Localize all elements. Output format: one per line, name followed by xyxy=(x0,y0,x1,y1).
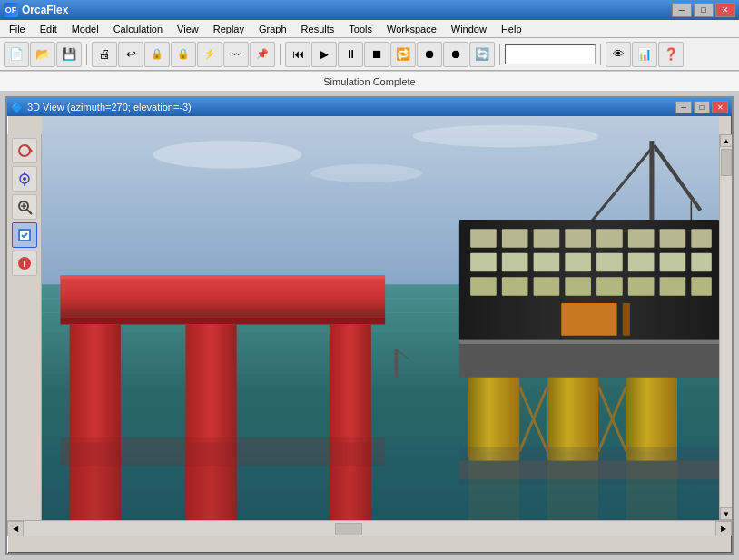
inner-restore-button[interactable]: □ xyxy=(694,101,710,113)
menu-graph[interactable]: Graph xyxy=(251,22,294,36)
toolbar-group-file: 📄 📂 💾 xyxy=(4,42,82,67)
loop-button[interactable]: 🔁 xyxy=(390,42,416,67)
view2-button[interactable]: 📊 xyxy=(632,42,657,67)
view1-button[interactable]: 👁 xyxy=(606,42,631,67)
horizontal-scroll-thumb[interactable] xyxy=(335,523,362,535)
svg-rect-53 xyxy=(534,253,560,271)
viewport-area: i xyxy=(7,116,732,536)
svg-rect-62 xyxy=(565,277,591,295)
svg-rect-58 xyxy=(691,253,711,271)
inner-title-text: 🔷 3D View (azimuth=270; elevation=-3) xyxy=(11,102,192,113)
menu-calculation[interactable]: Calculation xyxy=(106,22,170,36)
svg-rect-49 xyxy=(660,229,686,247)
menu-window[interactable]: Window xyxy=(444,22,494,36)
vertical-scroll-thumb[interactable] xyxy=(721,149,732,176)
svg-point-16 xyxy=(413,125,598,148)
inner-title-bar: 🔷 3D View (azimuth=270; elevation=-3) ─ … xyxy=(7,98,732,116)
svg-rect-50 xyxy=(691,229,711,247)
wave-button[interactable]: ⚡ xyxy=(197,42,222,67)
separator-1 xyxy=(86,44,87,65)
print-button[interactable]: 🖨 xyxy=(92,42,117,67)
info-tool[interactable]: i xyxy=(12,251,37,276)
undo-button[interactable]: ↩ xyxy=(118,42,143,67)
open-button[interactable]: 📂 xyxy=(30,42,55,67)
play-button[interactable]: ▶ xyxy=(311,42,337,67)
separator-3 xyxy=(499,44,500,65)
svg-rect-57 xyxy=(660,253,686,271)
scroll-right-arrow[interactable]: ▶ xyxy=(715,521,732,537)
record1-button[interactable]: ⏺ xyxy=(417,42,442,67)
close-button[interactable]: ✕ xyxy=(715,3,735,17)
menu-tools[interactable]: Tools xyxy=(341,22,379,36)
toolbar-group-edit: 🖨 ↩ 🔒 🔒 ⚡ 〰 📌 xyxy=(92,42,275,67)
svg-rect-43 xyxy=(470,229,497,247)
svg-rect-56 xyxy=(628,253,655,271)
svg-rect-65 xyxy=(660,277,686,295)
svg-rect-82 xyxy=(626,451,677,526)
svg-point-15 xyxy=(153,141,302,169)
status-text: Simulation Complete xyxy=(323,76,416,87)
menu-workspace[interactable]: Workspace xyxy=(379,22,444,36)
svg-rect-54 xyxy=(565,253,591,271)
lock1-button[interactable]: 🔒 xyxy=(144,42,170,67)
menu-view[interactable]: View xyxy=(170,22,206,36)
svg-rect-81 xyxy=(547,451,598,526)
svg-rect-69 xyxy=(459,340,719,378)
inner-minimize-button[interactable]: ─ xyxy=(675,101,692,113)
pan-tool[interactable] xyxy=(12,166,37,192)
svg-rect-59 xyxy=(470,277,497,295)
svg-rect-44 xyxy=(502,229,528,247)
help-button[interactable]: ❓ xyxy=(658,42,684,67)
separator-2 xyxy=(280,44,281,65)
stop-button[interactable]: ⏹ xyxy=(364,42,389,67)
menu-edit[interactable]: Edit xyxy=(33,22,64,36)
scroll-down-arrow[interactable]: ▼ xyxy=(720,507,732,520)
spring-button[interactable]: 〰 xyxy=(223,42,249,67)
minimize-button[interactable]: ─ xyxy=(672,3,692,17)
menu-replay[interactable]: Replay xyxy=(206,22,251,36)
refresh-button[interactable]: 🔄 xyxy=(469,42,495,67)
pause-button[interactable]: ⏸ xyxy=(338,42,363,67)
rewind-button[interactable]: ⏮ xyxy=(285,42,310,67)
search-field[interactable] xyxy=(505,44,596,64)
restore-button[interactable]: □ xyxy=(694,3,714,17)
title-bar-controls: ─ □ ✕ xyxy=(672,3,735,17)
menu-results[interactable]: Results xyxy=(294,22,342,36)
svg-rect-52 xyxy=(502,253,528,271)
scroll-up-arrow[interactable]: ▲ xyxy=(720,134,732,147)
svg-rect-55 xyxy=(596,253,623,271)
menu-model[interactable]: Model xyxy=(64,22,106,36)
svg-rect-63 xyxy=(596,277,623,295)
svg-point-17 xyxy=(310,164,422,182)
menu-bar: File Edit Model Calculation View Replay … xyxy=(0,20,739,38)
toolbar-group-view: 👁 📊 ❓ xyxy=(606,42,684,67)
title-bar-left: OF OrcaFlex xyxy=(4,3,68,17)
svg-rect-70 xyxy=(459,340,719,344)
svg-line-7 xyxy=(27,210,32,214)
app-icon: OF xyxy=(4,3,18,17)
select-tool[interactable] xyxy=(12,222,37,248)
inner-window-title: 3D View (azimuth=270; elevation=-3) xyxy=(27,102,192,113)
new-button[interactable]: 📄 xyxy=(4,42,29,67)
menu-file[interactable]: File xyxy=(2,22,33,36)
inner-title-controls: ─ □ ✕ xyxy=(675,101,728,113)
svg-rect-37 xyxy=(60,437,385,466)
zoom-tool[interactable] xyxy=(12,194,37,220)
save-button[interactable]: 💾 xyxy=(56,42,82,67)
title-bar-title: OrcaFlex xyxy=(22,4,68,16)
record2-button[interactable]: ⏺ xyxy=(443,42,468,67)
svg-rect-48 xyxy=(628,229,655,247)
svg-rect-29 xyxy=(60,275,385,279)
lock2-button[interactable]: 🔒 xyxy=(171,42,196,67)
inner-close-button[interactable]: ✕ xyxy=(712,101,728,113)
menu-help[interactable]: Help xyxy=(494,22,529,36)
svg-rect-60 xyxy=(502,277,528,295)
separator-4 xyxy=(600,44,601,65)
pin-button[interactable]: 📌 xyxy=(250,42,275,67)
svg-rect-67 xyxy=(561,303,616,336)
scroll-left-arrow[interactable]: ◀ xyxy=(7,521,24,537)
viewport-canvas[interactable] xyxy=(42,116,719,536)
horizontal-scroll-track xyxy=(24,521,715,536)
svg-rect-64 xyxy=(628,277,655,295)
rotate-tool[interactable] xyxy=(12,138,37,163)
